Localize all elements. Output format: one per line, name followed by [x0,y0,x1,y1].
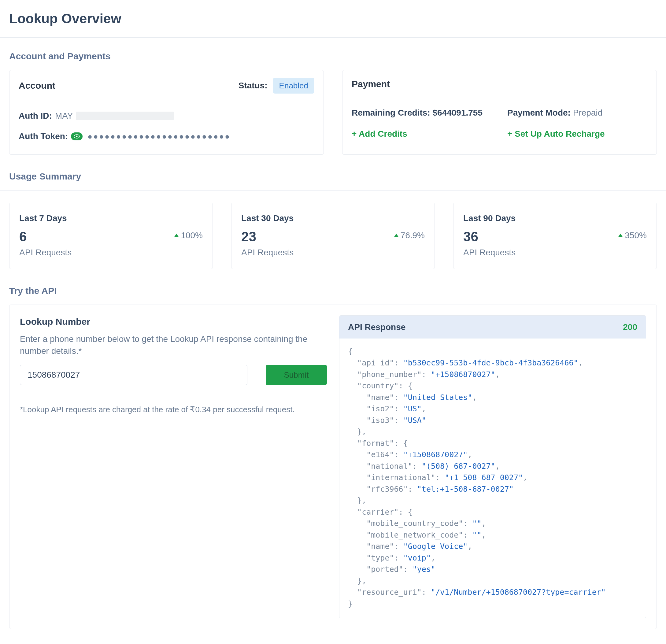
usage-change: 76.9% [394,229,425,241]
usage-sub: API Requests [241,246,425,258]
api-response-body: { "api_id": "b530ec99-553b-4fde-9bcb-4f3… [339,338,646,618]
auto-recharge-link[interactable]: + Set Up Auto Recharge [507,128,647,140]
section-try-api-heading: Try the API [9,284,657,297]
try-api-panel: Lookup Number Enter a phone number below… [9,304,657,629]
phone-number-input[interactable] [20,365,247,385]
section-usage-heading: Usage Summary [9,170,657,183]
payment-mode-value: Prepaid [573,108,603,118]
usage-change-value: 350% [625,229,647,241]
add-credits-link[interactable]: + Add Credits [352,128,492,140]
divider [0,37,666,38]
remaining-credits-value: $644091.755 [432,108,483,118]
lookup-description: Enter a phone number below to get the Lo… [20,333,312,357]
page-title: Lookup Overview [9,9,657,28]
arrow-up-icon [618,233,623,237]
remaining-credits-label: Remaining Credits: [352,108,430,118]
usage-period: Last 7 Days [19,212,203,224]
svg-point-1 [76,136,78,137]
auth-token-masked: ●●●●●●●●●●●●●●●●●●●●●●●●● [87,131,231,142]
submit-button[interactable]: Submit [266,365,327,385]
section-account-payments-heading: Account and Payments [9,50,657,63]
usage-period: Last 90 Days [463,212,647,224]
usage-change: 100% [174,229,203,241]
usage-change: 350% [618,229,647,241]
api-response-box: API Response 200 { "api_id": "b530ec99-5… [339,315,646,619]
usage-change-value: 76.9% [401,229,425,241]
auth-id-label: Auth ID: [19,110,52,122]
status-badge: Enabled [273,78,314,93]
api-response-status: 200 [623,321,637,333]
usage-sub: API Requests [463,246,647,258]
auth-id-value-prefix: MAY [55,110,73,122]
auth-token-label: Auth Token: [19,130,68,142]
account-panel: Account Status: Enabled Auth ID: MAY Aut… [9,70,324,155]
payment-mode-label: Payment Mode: [507,108,571,118]
usage-period: Last 30 Days [241,212,425,224]
arrow-up-icon [174,233,179,237]
usage-card-7d: Last 7 Days 6 API Requests 100% [9,203,213,269]
usage-change-value: 100% [181,229,203,241]
status-label: Status: [239,80,267,91]
arrow-up-icon [394,233,399,237]
divider [0,190,666,191]
usage-card-30d: Last 30 Days 23 API Requests 76.9% [231,203,435,269]
eye-icon[interactable] [71,133,83,140]
payment-panel-title: Payment [352,78,390,90]
usage-card-90d: Last 90 Days 36 API Requests 350% [453,203,657,269]
lookup-pricing-note: *Lookup API requests are charged at the … [20,404,327,415]
account-panel-title: Account [19,79,55,92]
payment-panel: Payment Remaining Credits: $644091.755 +… [342,70,657,155]
lookup-title: Lookup Number [20,315,327,328]
auth-id-redacted [76,111,174,120]
api-response-title: API Response [348,321,405,333]
usage-sub: API Requests [19,246,203,258]
